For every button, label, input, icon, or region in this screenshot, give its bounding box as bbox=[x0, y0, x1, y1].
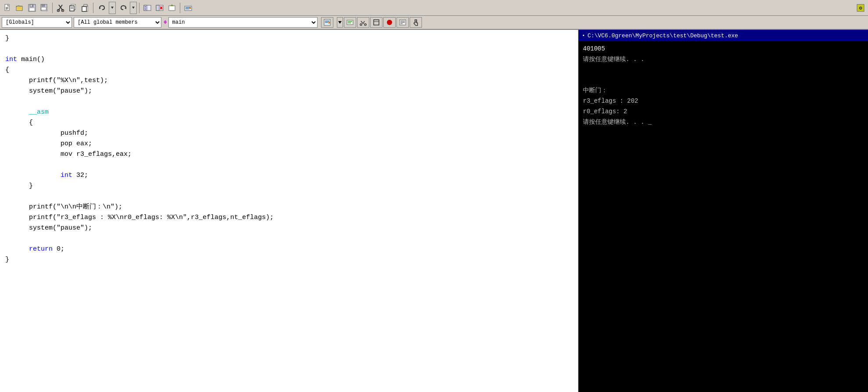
code-line-18: printf("r3_eflags : %X\nr0_eflags: %X\n"… bbox=[5, 212, 573, 223]
console-title: C:\VC6.0green\MyProjects\test\Debug\test… bbox=[588, 32, 738, 39]
copy-button[interactable] bbox=[67, 2, 79, 14]
nav-toolbar-right bbox=[321, 17, 422, 28]
svg-point-57 bbox=[360, 24, 362, 25]
code-line-17: printf("\n\n中断门：\n"); bbox=[5, 202, 573, 212]
code-line-9: { bbox=[5, 118, 573, 128]
svg-rect-37 bbox=[156, 5, 159, 11]
console-line-6: r3_eflags : 202 bbox=[583, 96, 864, 107]
open-workspace-button[interactable] bbox=[142, 2, 153, 14]
code-line-2 bbox=[5, 44, 573, 54]
redo-dropdown[interactable] bbox=[130, 2, 137, 14]
new-button[interactable] bbox=[2, 2, 13, 14]
nav-btn-1[interactable] bbox=[321, 17, 333, 28]
code-line-15: } bbox=[5, 181, 573, 191]
svg-rect-23 bbox=[70, 6, 74, 11]
main-area: } int main() { printf("%X\n",test); syst… bbox=[0, 30, 868, 392]
console-line-3 bbox=[583, 65, 864, 76]
code-line-16 bbox=[5, 191, 573, 202]
svg-marker-41 bbox=[170, 4, 174, 6]
code-line-5: printf("%X\n",test); bbox=[5, 76, 573, 86]
separator-2 bbox=[93, 3, 93, 13]
cut-button[interactable] bbox=[55, 2, 66, 14]
svg-rect-52 bbox=[347, 20, 353, 25]
code-line-22: } bbox=[5, 255, 573, 265]
nav-btn-8[interactable] bbox=[410, 17, 422, 28]
svg-rect-13 bbox=[42, 4, 45, 7]
globals-select[interactable]: [Globals] bbox=[2, 17, 72, 28]
console-line-7: r0_eflags: 2 bbox=[583, 107, 864, 117]
code-editor[interactable]: } int main() { printf("%X\n",test); syst… bbox=[0, 30, 579, 392]
svg-line-56 bbox=[363, 21, 364, 24]
svg-rect-34 bbox=[145, 6, 146, 7]
nav-btn-6[interactable] bbox=[383, 17, 396, 28]
code-line-21: return 0; bbox=[5, 244, 573, 255]
code-line-1: } bbox=[5, 33, 573, 44]
export-button[interactable] bbox=[166, 2, 178, 14]
code-line-7 bbox=[5, 97, 573, 107]
svg-point-58 bbox=[364, 24, 366, 25]
separator-3 bbox=[139, 3, 139, 13]
svg-rect-15 bbox=[42, 10, 47, 11]
open-button[interactable] bbox=[14, 2, 25, 14]
paste-button[interactable] bbox=[79, 2, 91, 14]
svg-rect-35 bbox=[145, 8, 146, 10]
code-line-3: int main() bbox=[5, 54, 573, 65]
code-line-13 bbox=[5, 160, 573, 170]
nav-btn-5[interactable] bbox=[370, 17, 382, 28]
keyword-return: return bbox=[29, 245, 53, 253]
separator-4 bbox=[180, 3, 180, 13]
code-line-19: system("pause"); bbox=[5, 223, 573, 234]
nav-btn-4[interactable] bbox=[357, 17, 369, 28]
svg-rect-59 bbox=[374, 20, 379, 25]
console-line-4 bbox=[583, 75, 864, 86]
code-line-20 bbox=[5, 234, 573, 244]
svg-rect-33 bbox=[144, 5, 147, 11]
undo-dropdown[interactable] bbox=[109, 2, 116, 14]
code-line-14: int 32; bbox=[5, 170, 573, 181]
console-line-8: 请按任意键继续. . . _ bbox=[583, 117, 864, 128]
keyword-asm: __asm bbox=[29, 108, 49, 116]
nav-btn-7[interactable] bbox=[396, 17, 409, 28]
code-line-6: system("pause"); bbox=[5, 86, 573, 97]
svg-line-17 bbox=[60, 5, 62, 8]
svg-line-55 bbox=[361, 21, 363, 24]
debug-window-button[interactable]: ⚙ bbox=[855, 2, 866, 14]
nav-btn-3[interactable] bbox=[344, 17, 356, 28]
save-all-button[interactable] bbox=[39, 2, 50, 14]
nav-btn-2[interactable] bbox=[337, 17, 343, 28]
svg-rect-14 bbox=[41, 7, 46, 10]
console-icon: ▪ bbox=[582, 33, 585, 38]
main-diamond-icon: ♦ bbox=[163, 18, 168, 26]
undo-button[interactable] bbox=[96, 2, 109, 14]
redo-button[interactable] bbox=[117, 2, 130, 14]
console-line-1: 401005 bbox=[583, 44, 864, 54]
code-line-11: pop eax; bbox=[5, 139, 573, 149]
code-line-10: pushfd; bbox=[5, 128, 573, 139]
svg-text:⚙: ⚙ bbox=[859, 5, 862, 11]
separator-1 bbox=[52, 3, 53, 13]
console-line-2: 请按任意键继续. . . bbox=[583, 54, 864, 65]
console-line-5: 中断门： bbox=[583, 86, 864, 96]
code-line-4: { bbox=[5, 65, 573, 76]
svg-rect-10 bbox=[29, 8, 35, 11]
main-toolbar: ⚙ bbox=[0, 0, 868, 16]
svg-rect-40 bbox=[169, 6, 175, 11]
svg-rect-11 bbox=[31, 5, 32, 7]
nav-bar: [Globals] [All global members ♦ main bbox=[0, 16, 868, 30]
members-select[interactable]: [All global members bbox=[74, 17, 161, 28]
main-select[interactable]: main bbox=[168, 17, 318, 28]
console-window: ▪ C:\VC6.0green\MyProjects\test\Debug\te… bbox=[579, 30, 868, 392]
code-line-8: __asm bbox=[5, 107, 573, 118]
keyword-int-1: int bbox=[5, 56, 17, 63]
svg-point-61 bbox=[387, 20, 392, 25]
console-body[interactable]: 401005 请按任意键继续. . . 中断门： r3_eflags : 202… bbox=[579, 41, 868, 392]
svg-rect-29 bbox=[82, 7, 86, 11]
close-workspace-button[interactable] bbox=[154, 2, 165, 14]
code-line-12: mov r3_eflags,eax; bbox=[5, 149, 573, 160]
build-button[interactable] bbox=[182, 2, 194, 14]
save-button[interactable] bbox=[26, 2, 38, 14]
console-titlebar: ▪ C:\VC6.0green\MyProjects\test\Debug\te… bbox=[579, 30, 868, 41]
keyword-int-2: int bbox=[61, 172, 72, 179]
